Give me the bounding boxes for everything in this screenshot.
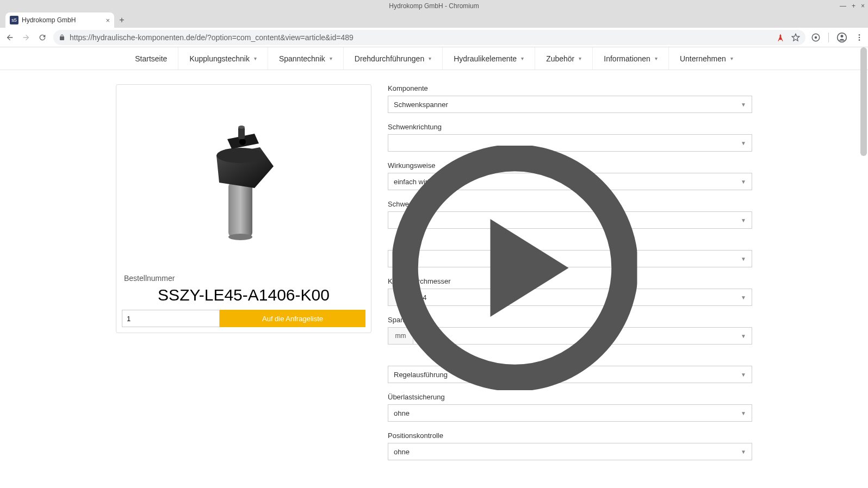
forward-button[interactable]	[21, 32, 32, 43]
select-wirkungsweise[interactable]: einfach wirkend▼	[388, 173, 752, 190]
add-to-request-button[interactable]: Auf die Anfrageliste	[220, 310, 365, 327]
nav-label: Kupplungstechnik	[189, 54, 250, 63]
chevron-down-icon: ▼	[741, 333, 746, 339]
svg-point-10	[239, 139, 246, 145]
field-label: Schwenkwinkel	[388, 200, 752, 208]
chevron-down-icon: ▼	[741, 217, 746, 223]
window-title: Hydrokomp GmbH - Chromium	[389, 2, 479, 10]
field-label	[388, 239, 752, 247]
chevron-down-icon: ▾	[521, 55, 524, 61]
select-positionskontrolle[interactable]: ohne▼	[388, 443, 752, 460]
select-spannhub[interactable]: mm6▼	[388, 327, 752, 345]
vertical-scrollbar[interactable]	[860, 47, 867, 488]
separator	[828, 33, 829, 42]
nav-label: Drehdurchführungen	[355, 54, 424, 63]
nav-item-hydraulikelemente[interactable]: Hydraulikelemente▾	[443, 47, 535, 70]
chevron-down-icon: ▼	[741, 449, 746, 455]
svg-point-1	[815, 36, 817, 39]
select-field-7[interactable]: Regelausführung▼	[388, 366, 752, 383]
select-value: Regelausführung	[394, 371, 448, 379]
nav-label: Zubehör	[546, 54, 574, 63]
nav-item-kupplungstechnik[interactable]: Kupplungstechnik▾	[178, 47, 268, 70]
chevron-down-icon: ▼	[741, 179, 746, 185]
scroll-thumb[interactable]	[860, 47, 867, 156]
address-bar[interactable]: https://hydraulische-komponenten.de/de/?…	[53, 30, 805, 45]
select-überlastsicherung[interactable]: ohne▼	[388, 404, 752, 422]
svg-point-9	[216, 148, 264, 163]
field-label: Kolbendurchmesser	[388, 277, 752, 285]
lock-icon	[59, 34, 65, 41]
browser-tab[interactable]: s5 Hydrokomp GmbH ×	[5, 12, 114, 28]
nav-item-startseite[interactable]: Startseite	[124, 47, 178, 70]
select-value: Schwenkspanner	[394, 101, 448, 109]
unit-label: mm	[388, 328, 413, 344]
close-tab-icon[interactable]: ×	[106, 16, 110, 24]
nav-item-spanntechnik[interactable]: Spanntechnik▾	[268, 47, 344, 70]
field-8: Überlastsicherungohne▼	[388, 393, 752, 422]
window-close-icon[interactable]: ×	[861, 2, 865, 10]
select-komponente[interactable]: Schwenkspanner▼	[388, 96, 752, 113]
field-3: Schwenkwinkel▼	[388, 200, 752, 229]
unit-label: mm	[388, 289, 413, 305]
window-titlebar: Hydrokomp GmbH - Chromium — + ×	[0, 0, 868, 11]
profile-icon[interactable]	[836, 32, 847, 43]
menu-icon[interactable]	[855, 33, 864, 42]
translate-icon[interactable]	[776, 33, 785, 42]
quantity-input[interactable]	[122, 310, 220, 327]
tab-strip: s5 Hydrokomp GmbH × +	[0, 11, 868, 28]
select-value: einfach wirkend	[394, 178, 443, 186]
select-value: ohne	[394, 409, 410, 417]
nav-label: Spanntechnik	[279, 54, 325, 63]
config-form: KomponenteSchwenkspanner▼Schwenkrichtung…	[388, 84, 752, 470]
select-value: 14	[413, 293, 426, 302]
nav-item-drehdurchführungen[interactable]: Drehdurchführungen▾	[344, 47, 443, 70]
field-4: ▼	[388, 239, 752, 267]
order-number-label: Bestellnummer	[122, 274, 365, 283]
window-minimize-icon[interactable]: —	[840, 2, 846, 10]
field-label: Positionskontrolle	[388, 431, 752, 440]
bookmark-icon[interactable]	[791, 33, 800, 42]
field-6: Spannhubmm6▼	[388, 316, 752, 345]
chevron-down-icon: ▾	[330, 55, 332, 61]
nav-label: Informationen	[604, 54, 650, 63]
select-kolbendurchmesser[interactable]: mm14▼	[388, 289, 752, 306]
back-button[interactable]	[4, 32, 15, 43]
select-schwenkwinkel[interactable]: ▼	[388, 211, 752, 229]
svg-point-6	[859, 39, 860, 41]
select-field-4[interactable]: ▼	[388, 250, 752, 267]
svg-point-12	[238, 126, 245, 129]
new-tab-button[interactable]: +	[114, 12, 129, 28]
nav-item-zubehör[interactable]: Zubehör▾	[535, 47, 593, 70]
chevron-down-icon: ▾	[730, 55, 733, 61]
reload-button[interactable]	[37, 32, 48, 43]
chevron-down-icon: ▼	[741, 295, 746, 301]
window-maximize-icon[interactable]: +	[852, 2, 855, 10]
svg-rect-7	[228, 183, 252, 237]
field-7: Regelausführung▼	[388, 354, 752, 383]
page-viewport: StartseiteKupplungstechnik▾Spanntechnik▾…	[0, 47, 868, 488]
svg-point-4	[859, 34, 860, 36]
chevron-down-icon: ▼	[741, 102, 746, 108]
tab-title: Hydrokomp GmbH	[22, 16, 102, 24]
select-schwenkrichtung[interactable]: ▼	[388, 134, 752, 152]
extension-icon[interactable]	[811, 33, 821, 42]
chevron-down-icon: ▾	[254, 55, 257, 61]
field-label	[388, 354, 752, 362]
select-value: ohne	[394, 448, 410, 456]
nav-label: Unternehmen	[680, 54, 726, 63]
browser-toolbar: https://hydraulische-komponenten.de/de/?…	[0, 28, 868, 47]
main-nav: StartseiteKupplungstechnik▾Spanntechnik▾…	[0, 47, 868, 70]
svg-point-5	[859, 36, 860, 38]
field-label: Schwenkrichtung	[388, 123, 752, 131]
svg-point-8	[228, 234, 252, 240]
chevron-down-icon: ▾	[429, 55, 431, 61]
field-9: Positionskontrolleohne▼	[388, 431, 752, 460]
field-label: Überlastsicherung	[388, 393, 752, 401]
chevron-down-icon: ▼	[741, 410, 746, 416]
nav-item-unternehmen[interactable]: Unternehmen▾	[669, 47, 744, 70]
url-text: https://hydraulische-komponenten.de/de/?…	[70, 33, 772, 42]
nav-label: Hydraulikelemente	[454, 54, 517, 63]
svg-rect-11	[238, 127, 245, 139]
chevron-down-icon: ▼	[741, 372, 746, 378]
nav-item-informationen[interactable]: Informationen▾	[593, 47, 669, 70]
